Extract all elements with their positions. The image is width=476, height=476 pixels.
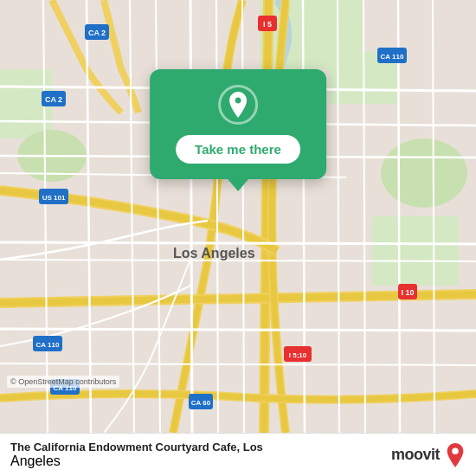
- svg-text:CA 2: CA 2: [45, 95, 62, 104]
- bottom-bar: The California Endowment Courtyard Cafe,…: [0, 433, 476, 476]
- moovit-text: moovit: [391, 446, 440, 464]
- venue-city: Angeles: [10, 453, 263, 469]
- popup-card: Take me there: [150, 69, 326, 179]
- svg-text:I 5: I 5: [263, 20, 272, 29]
- svg-text:Los Angeles: Los Angeles: [173, 246, 255, 261]
- svg-text:CA 60: CA 60: [191, 399, 211, 407]
- copyright-text: © OpenStreetMap contributors: [7, 376, 119, 388]
- moovit-pin-icon: [445, 443, 466, 467]
- location-pin-icon: [227, 92, 249, 118]
- map-background: CA 2 CA 2 I 5 CA 110 US 101 CA 110 CA 11…: [0, 0, 476, 433]
- svg-point-5: [381, 138, 467, 208]
- svg-text:CA 2: CA 2: [88, 29, 106, 37]
- svg-text:CA 110: CA 110: [381, 53, 404, 61]
- take-me-there-button[interactable]: Take me there: [176, 135, 300, 164]
- venue-name: The California Endowment Courtyard Cafe,…: [10, 441, 263, 453]
- svg-text:I 10: I 10: [401, 288, 414, 297]
- moovit-logo: moovit: [391, 443, 466, 467]
- svg-text:I 5;10: I 5;10: [289, 351, 307, 359]
- svg-point-30: [452, 447, 458, 453]
- svg-rect-3: [372, 216, 459, 286]
- svg-text:US 101: US 101: [42, 194, 66, 202]
- venue-info: The California Endowment Courtyard Cafe,…: [10, 441, 263, 469]
- map-container: CA 2 CA 2 I 5 CA 110 US 101 CA 110 CA 11…: [0, 0, 476, 433]
- location-icon-wrapper: [218, 85, 258, 125]
- svg-text:CA 110: CA 110: [36, 341, 60, 349]
